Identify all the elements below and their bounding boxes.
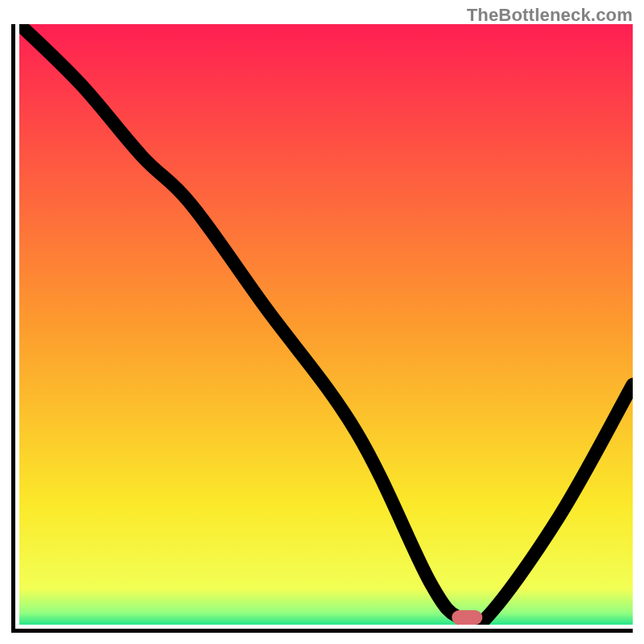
current-point-marker [452,610,482,625]
plot-frame [11,24,633,633]
chart-svg [19,24,633,625]
chart-container: TheBottleneck.com [0,0,644,644]
plot-area [19,24,633,625]
watermark-text: TheBottleneck.com [467,5,633,26]
